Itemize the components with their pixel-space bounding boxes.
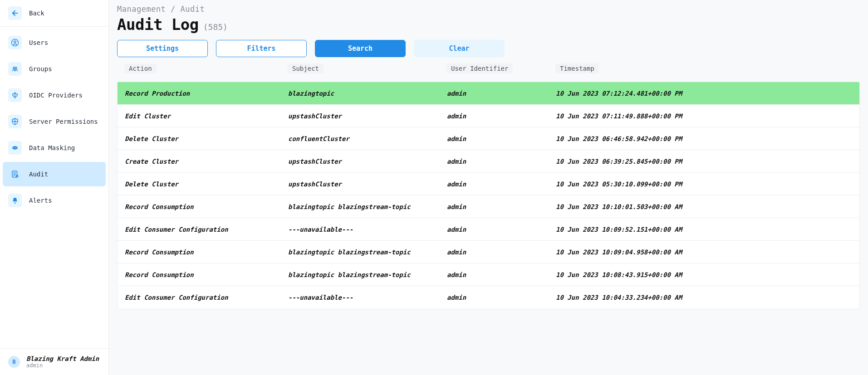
footer-user-role: admin [26,362,99,369]
svg-point-4 [15,67,17,69]
sidebar-back[interactable]: Back [0,0,108,27]
bell-icon [8,194,22,207]
action-bar: Settings Filters Search Clear [117,40,860,57]
cell-subject: upstashCluster [288,180,447,188]
sidebar-item-groups[interactable]: Groups [0,56,108,82]
sidebar-user-footer[interactable]: B Blazing Kraft Admin admin [0,348,108,375]
cell-user: admin [447,112,556,120]
cell-action: Edit Cluster [125,112,288,120]
clear-button[interactable]: Clear [414,40,505,57]
table-row[interactable]: Record Consumptionblazingtopic blazingst… [118,195,859,218]
cell-timestamp: 10 Jun 2023 10:04:33.234+00:00 AM [556,294,852,301]
cell-subject: confluentCluster [288,135,447,142]
cell-user: admin [447,248,556,256]
cell-timestamp: 10 Jun 2023 10:10:01.503+00:00 AM [556,203,852,210]
table-row[interactable]: Delete ClusterupstashClusteradmin10 Jun … [118,173,859,195]
sidebar-item-label: Alerts [29,197,52,204]
sidebar-item-label: Server Permissions [29,118,98,125]
column-timestamp[interactable]: Timestamp [555,63,599,73]
user-circle-icon [8,36,22,49]
cell-timestamp: 10 Jun 2023 10:09:52.151+00:00 AM [556,226,852,233]
column-subject[interactable]: Subject [288,63,324,73]
cell-timestamp: 10 Jun 2023 10:09:04.958+00:00 AM [556,248,852,256]
cell-timestamp: 10 Jun 2023 06:46:58.942+00:00 PM [556,135,852,142]
table-row[interactable]: Record Consumptionblazingtopic blazingst… [118,241,859,263]
sidebar-item-label: OIDC Providers [29,92,83,99]
avatar: B [8,356,20,368]
table-row[interactable]: Edit Consumer Configuration---unavailabl… [118,218,859,241]
cell-timestamp: 10 Jun 2023 06:39:25.845+00:00 PM [556,158,852,165]
cell-subject: upstashCluster [288,112,447,120]
cell-action: Delete Cluster [125,180,288,188]
svg-point-9 [15,147,16,148]
sidebar-item-data-masking[interactable]: Data Masking [0,135,108,161]
table-header: Action Subject User Identifier Timestamp [117,63,860,73]
cell-action: Record Consumption [125,203,288,210]
table-row[interactable]: Edit ClusterupstashClusteradmin10 Jun 20… [118,105,859,127]
sidebar: Back Users Groups OIDC Providers Server [0,0,109,375]
table-row[interactable]: Create ClusterupstashClusteradmin10 Jun … [118,150,859,173]
page-title: Audit Log [117,15,199,34]
cell-timestamp: 10 Jun 2023 07:11:49.888+00:00 PM [556,112,852,120]
cell-user: admin [447,294,556,301]
cell-user: admin [447,226,556,233]
cell-subject: blazingtopic [288,90,447,97]
sidebar-item-oidc-providers[interactable]: OIDC Providers [0,82,108,108]
sidebar-item-server-permissions[interactable]: Server Permissions [0,108,108,135]
cell-action: Delete Cluster [125,135,288,142]
cell-action: Edit Consumer Configuration [125,226,288,233]
cell-subject: ---unavailable--- [288,294,447,301]
page-count: (585) [203,22,228,32]
audit-table-body: Record Productionblazingtopicadmin10 Jun… [117,82,860,309]
cell-subject: blazingtopic blazingstream-topic [288,271,447,278]
main-content: Management / Audit Audit Log (585) Setti… [109,0,868,375]
cell-timestamp: 10 Jun 2023 05:30:10.099+00:00 PM [556,180,852,188]
cell-user: admin [447,271,556,278]
cell-action: Create Cluster [125,158,288,165]
sidebar-back-label: Back [29,10,44,17]
settings-button[interactable]: Settings [117,40,208,57]
back-arrow-icon [8,6,22,20]
cell-user: admin [447,180,556,188]
cell-user: admin [447,203,556,210]
table-row[interactable]: Edit Consumer Configuration---unavailabl… [118,286,859,309]
column-user[interactable]: User Identifier [446,63,513,73]
cell-action: Record Consumption [125,248,288,256]
cell-subject: blazingtopic blazingstream-topic [288,248,447,256]
cell-timestamp: 10 Jun 2023 10:08:43.915+00:00 AM [556,271,852,278]
audit-log-icon [8,167,22,181]
cell-user: admin [447,135,556,142]
table-row[interactable]: Delete ClusterconfluentClusteradmin10 Ju… [118,127,859,150]
sidebar-item-label: Users [29,39,48,46]
svg-point-3 [13,67,15,69]
sidebar-item-alerts[interactable]: Alerts [0,187,108,214]
table-row[interactable]: Record Consumptionblazingtopic blazingst… [118,263,859,286]
cell-user: admin [447,158,556,165]
svg-point-8 [14,147,15,148]
oidc-icon [8,88,22,102]
cell-subject: upstashCluster [288,158,447,165]
filters-button[interactable]: Filters [216,40,307,57]
sidebar-item-label: Audit [29,170,48,178]
cell-action: Edit Consumer Configuration [125,294,288,301]
column-action[interactable]: Action [124,63,157,73]
shield-icon [8,115,22,128]
sidebar-item-audit[interactable]: Audit [3,162,106,186]
breadcrumb[interactable]: Management / Audit [117,5,860,14]
cell-action: Record Consumption [125,271,288,278]
svg-point-7 [12,146,18,150]
cell-action: Record Production [125,90,288,97]
sidebar-item-users[interactable]: Users [0,29,108,56]
search-button[interactable]: Search [315,40,406,57]
table-row[interactable]: Record Productionblazingtopicadmin10 Jun… [118,82,859,105]
cell-subject: ---unavailable--- [288,226,447,233]
mask-icon [8,141,22,155]
svg-point-2 [14,41,16,43]
cell-subject: blazingtopic blazingstream-topic [288,203,447,210]
sidebar-item-label: Data Masking [29,144,75,151]
cell-timestamp: 10 Jun 2023 07:12:24.481+00:00 PM [556,90,852,97]
cell-user: admin [447,90,556,97]
footer-user-name: Blazing Kraft Admin [26,355,99,362]
groups-icon [8,62,22,76]
sidebar-item-label: Groups [29,65,52,73]
